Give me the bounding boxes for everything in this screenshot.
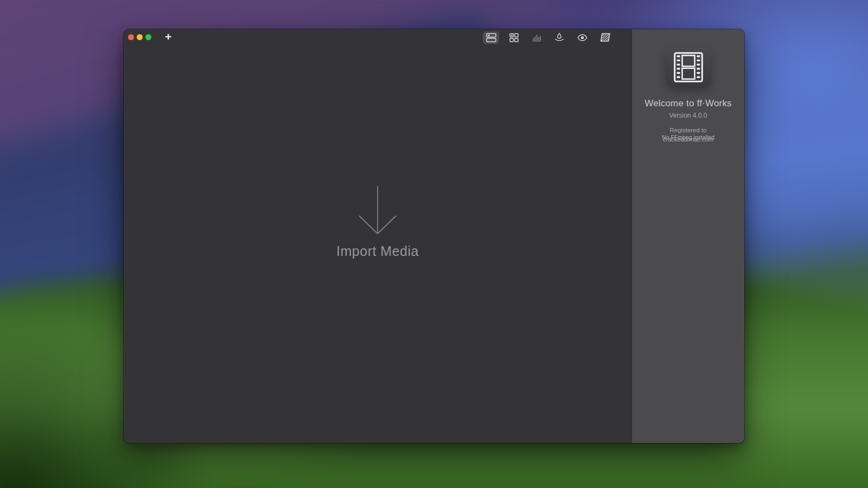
bar-chart-icon: [532, 34, 541, 42]
watermark-drop-button[interactable]: [551, 31, 567, 44]
pattern-hatch-icon: [600, 33, 610, 42]
import-dropzone[interactable]: Import Media: [336, 185, 419, 259]
app-icon: [666, 48, 711, 87]
ffworks-window: +: [124, 29, 744, 443]
traffic-lights: [124, 34, 151, 40]
sidebar: Welcome to ff·Works Version 4.0.0 Regist…: [631, 29, 744, 443]
add-media-button[interactable]: +: [165, 31, 171, 42]
rows-view-button[interactable]: [483, 31, 499, 44]
version-label: Version 4.0.0: [669, 112, 707, 119]
zoom-button[interactable]: [145, 34, 151, 40]
registered-to-label: Registered to: [669, 127, 706, 133]
minimize-button[interactable]: [137, 34, 143, 40]
pattern-hatch-button[interactable]: [597, 31, 613, 44]
toolbar: [483, 31, 613, 44]
welcome-title: Welcome to ff·Works: [644, 98, 732, 109]
watermark-drop-icon: [554, 33, 564, 42]
import-media-label: Import Media: [336, 243, 419, 259]
registration-overlap: No FFmpeg installed crackedormac.com: [662, 134, 714, 143]
preview-eye-icon: [577, 34, 588, 41]
main-area: +: [124, 29, 631, 443]
titlebar[interactable]: +: [124, 29, 631, 44]
registration-name-label: crackedormac.com: [662, 137, 714, 143]
rows-view-icon: [486, 33, 496, 42]
close-button[interactable]: [128, 34, 134, 40]
down-arrow-icon: [358, 185, 397, 235]
bar-chart-button[interactable]: [528, 31, 545, 44]
preview-eye-button[interactable]: [574, 31, 590, 44]
film-strip-icon: [674, 52, 703, 82]
grid-view-button[interactable]: [506, 31, 522, 44]
grid-view-icon: [509, 33, 519, 42]
